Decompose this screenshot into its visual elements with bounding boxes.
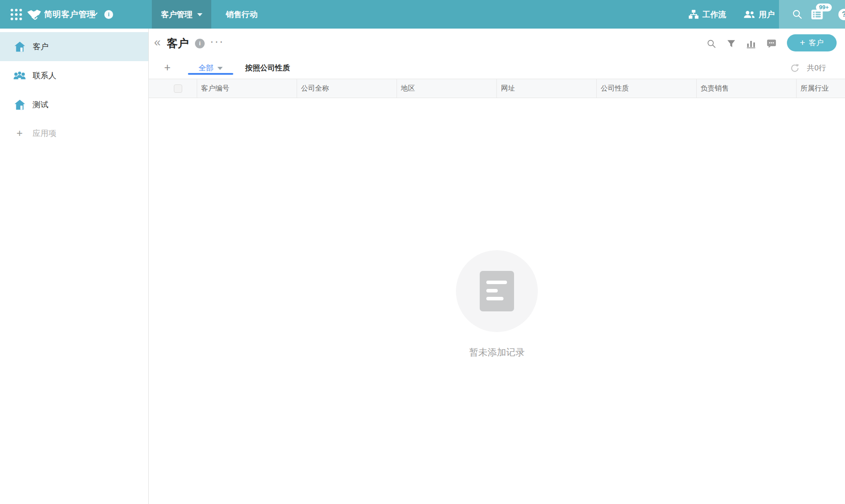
sidebar-add-app-label: 应用项: [33, 128, 56, 139]
add-customer-label: 客户: [809, 38, 824, 48]
column-header-industry[interactable]: 所属行业: [797, 79, 845, 98]
plus-icon: +: [800, 38, 805, 47]
app-grid-icon[interactable]: [11, 9, 22, 20]
view-tabs-row: + 全部 按照公司性质 共0行: [149, 57, 845, 79]
column-header-company-nature[interactable]: 公司性质: [597, 79, 697, 98]
select-all-cell: [149, 79, 197, 98]
column-header-website[interactable]: 网址: [497, 79, 597, 98]
notification-badge: 99+: [816, 4, 832, 11]
nav-tab-label: 销售行动: [226, 9, 257, 20]
more-icon[interactable]: ···: [210, 35, 224, 48]
add-view-button[interactable]: +: [164, 61, 171, 74]
row-count-area: 共0行: [790, 57, 826, 79]
search-icon[interactable]: [707, 39, 716, 48]
content-toolbar: [707, 39, 776, 48]
chevron-down-icon[interactable]: [91, 12, 98, 17]
bar-chart-icon[interactable]: [746, 40, 756, 48]
page-title: 客户: [167, 36, 189, 51]
chevron-down-icon: [217, 67, 223, 70]
sidebar-item-label: 测试: [33, 99, 48, 110]
sidebar-item-test[interactable]: 测试: [0, 90, 148, 119]
select-all-checkbox[interactable]: [174, 84, 182, 93]
sidebar-item-customers[interactable]: 客户: [0, 32, 148, 61]
workflow-label: 工作流: [702, 9, 726, 20]
column-header-region[interactable]: 地区: [397, 79, 497, 98]
topbar-links: 工作流 用户: [689, 0, 775, 29]
plus-icon: +: [14, 128, 26, 139]
view-tab-label: 按照公司性质: [245, 63, 290, 73]
row-count-label: 共0行: [807, 63, 826, 73]
comment-icon[interactable]: [767, 39, 776, 48]
chevron-down-icon: [197, 13, 202, 16]
users-icon: [744, 11, 755, 18]
document-icon: [480, 271, 514, 311]
notifications-button[interactable]: 99+: [811, 9, 823, 22]
nav-tab-sales-action[interactable]: 销售行动: [211, 0, 272, 29]
users-label: 用户: [759, 9, 775, 20]
view-tab-all[interactable]: 全部: [188, 57, 233, 79]
page-info-icon[interactable]: i: [195, 39, 205, 48]
view-tab-by-company-nature[interactable]: 按照公司性质: [245, 57, 290, 79]
users-link[interactable]: 用户: [744, 9, 775, 20]
column-header-customer-number[interactable]: 客户编号: [197, 79, 297, 98]
sidebar-item-contacts[interactable]: 联系人: [0, 61, 148, 90]
app-info-icon[interactable]: i: [104, 10, 113, 19]
search-icon[interactable]: [792, 9, 802, 19]
workflow-link[interactable]: 工作流: [689, 9, 726, 20]
help-icon[interactable]: ?: [838, 9, 845, 20]
sidebar-add-app-item[interactable]: + 应用项: [0, 119, 148, 147]
refresh-icon[interactable]: [790, 63, 800, 73]
content-header: « 客户 i ···: [149, 29, 845, 57]
sidebar: 客户 联系人: [0, 29, 149, 504]
column-header-company-name[interactable]: 公司全称: [297, 79, 397, 98]
topbar: 简明客户管理 i 客户管理 销售行动 工作流: [0, 0, 845, 29]
table-header: 客户编号 公司全称 地区 网址 公司性质 负责销售 所属行业: [149, 79, 845, 98]
nav-tab-label: 客户管理: [161, 9, 193, 20]
empty-state-illustration: [456, 250, 538, 332]
view-tab-label: 全部: [198, 63, 213, 73]
sidebar-item-label: 联系人: [33, 70, 56, 81]
column-header-sales-owner[interactable]: 负责销售: [697, 79, 797, 98]
house-icon: [14, 99, 26, 110]
topbar-utility-section: 99+ ?: [779, 0, 845, 29]
house-icon: [14, 41, 26, 52]
app-name[interactable]: 简明客户管理: [44, 0, 96, 29]
collapse-sidebar-icon[interactable]: «: [154, 36, 161, 49]
handshake-logo-icon: [27, 8, 41, 20]
main-content: « 客户 i ···: [149, 29, 845, 504]
empty-state-message: 暂未添加记录: [149, 346, 845, 358]
nav-tab-customer-management[interactable]: 客户管理: [152, 0, 211, 29]
filter-icon[interactable]: [727, 40, 735, 48]
add-customer-button[interactable]: + 客户: [787, 34, 837, 51]
sitemap-icon: [689, 10, 698, 19]
sidebar-item-label: 客户: [33, 41, 48, 52]
contacts-icon: [14, 71, 26, 81]
